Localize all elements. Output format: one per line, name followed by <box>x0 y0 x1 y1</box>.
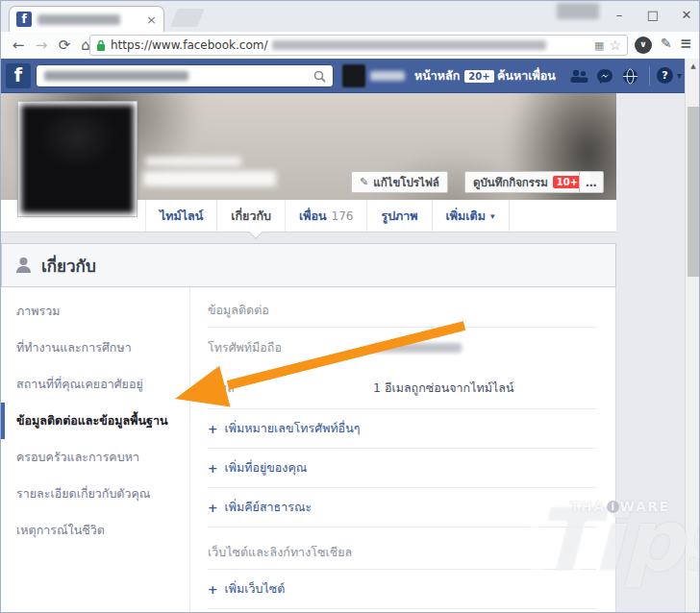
websites-social-header: เว็บไซต์และลิงก์ทางโซเชียล <box>208 543 596 570</box>
activity-log-badge: 10+ <box>553 176 582 188</box>
tab-friends-label: เพื่อน <box>299 207 327 226</box>
email-hidden-note: 1 อีเมลถูกซ่อนจากไทม์ไลน์ <box>373 379 513 398</box>
browser-tab[interactable]: f × <box>9 6 164 32</box>
find-friends-label: ค้นหาเพื่อน <box>497 66 556 86</box>
back-button[interactable]: ← <box>9 36 28 55</box>
tab-timeline[interactable]: ไทม์ไลน์ <box>145 200 216 232</box>
mobile-phone-row: โทรศัพท์มือถือ <box>208 328 596 368</box>
add-phone-label: เพิ่มหมายเลขโทรศัพท์อื่นๆ <box>224 419 360 438</box>
help-icon[interactable]: ? <box>657 67 673 84</box>
home-notification-badge: 20+ <box>464 70 493 83</box>
edit-profile-button[interactable]: ✎ แก้ไขโปรไฟล์ <box>351 171 448 193</box>
search-icon[interactable] <box>313 70 326 83</box>
minimize-button[interactable]: – <box>612 8 626 22</box>
profile-name-blurred[interactable] <box>370 71 405 81</box>
page-action-icon[interactable]: ▦ <box>594 39 604 52</box>
plus-icon: + <box>208 501 217 515</box>
sidebar-item-life-events[interactable]: เหตุการณ์ในชีวิต <box>1 512 189 549</box>
sidebar-item-details-about-you[interactable]: รายละเอียดเกี่ยวกับตัวคุณ <box>1 476 189 512</box>
mobile-phone-value-blurred <box>373 343 462 353</box>
tab-friends[interactable]: เพื่อน 176 <box>285 200 366 232</box>
chevron-down-icon: ▾ <box>490 211 495 221</box>
pencil-extension-icon[interactable]: ✎ <box>661 36 672 51</box>
window-controls: – □ ✕ <box>612 8 693 22</box>
contact-info-panel: ข้อมูลติดต่อ โทรศัพท์มือถือ อีเมล 1 อีเม… <box>190 287 615 613</box>
about-section-header: เกี่ยวกับ <box>1 243 616 287</box>
find-friends-link[interactable]: ค้นหาเพื่อน <box>497 59 556 93</box>
home-label: หน้าหลัก <box>414 66 460 86</box>
websites-social-section: เว็บไซต์และลิงก์ทางโซเชียล + เพิ่มเว็บไซ… <box>208 543 596 613</box>
address-bar[interactable]: https://www.facebook.com/ ▦ ☆ <box>89 35 628 56</box>
profile-picture[interactable] <box>17 101 138 217</box>
pocket-extension-icon[interactable]: ∨ <box>635 37 652 54</box>
profile-picture-blurred <box>21 105 134 213</box>
about-content: ภาพรวม ที่ทำงานและการศึกษา สถานที่ที่คุณ… <box>1 287 616 613</box>
profile-thumbnail-blurred[interactable] <box>342 64 365 87</box>
home-link[interactable]: หน้าหลัก 20+ <box>414 59 494 93</box>
reload-button[interactable]: ⟳ <box>55 36 74 55</box>
add-address-label: เพิ่มที่อยู่ของคุณ <box>224 458 307 478</box>
notifications-globe-icon[interactable] <box>619 66 640 86</box>
friend-requests-icon[interactable] <box>568 66 589 86</box>
maximize-button[interactable]: □ <box>646 8 660 22</box>
friends-count: 176 <box>332 209 354 223</box>
edit-profile-label: แก้ไขโปรไฟล์ <box>373 174 439 191</box>
search-text-blurred <box>44 71 188 81</box>
contact-info-header: ข้อมูลติดต่อ <box>208 301 596 328</box>
add-website-link[interactable]: + เพิ่มเว็บไซต์ <box>208 570 596 609</box>
mobile-phone-label: โทรศัพท์มือถือ <box>208 338 373 357</box>
activity-log-button[interactable]: ดูบันทึกกิจกรรม 10+ <box>464 171 590 193</box>
account-menu-caret-icon[interactable]: ▾ <box>677 70 682 81</box>
brand-suffix: WARE <box>620 499 670 514</box>
facebook-search-input[interactable] <box>36 64 334 87</box>
ellipsis-icon: … <box>586 176 597 189</box>
header-divider <box>649 66 650 86</box>
email-label: อีเมล <box>208 379 373 398</box>
tab-about[interactable]: เกี่ยวกับ <box>216 200 285 232</box>
sidebar-item-contact-basic-info[interactable]: ข้อมูลติดต่อและข้อมูลพื้นฐาน <box>1 403 189 439</box>
blurred-chrome-item <box>557 3 599 19</box>
tab-photos-label: รูปภาพ <box>381 207 417 226</box>
add-website-label: เพิ่มเว็บไซต์ <box>224 579 285 599</box>
about-sidebar: ภาพรวม ที่ทำงานและการศึกษา สถานที่ที่คุณ… <box>1 287 190 613</box>
tab-about-label: เกี่ยวกับ <box>231 207 271 226</box>
about-title: เกี่ยวกับ <box>41 253 96 279</box>
url-text: https://www.facebook.com/ <box>111 38 267 52</box>
tab-more[interactable]: เพิ่มเติม ▾ <box>432 200 510 232</box>
https-padlock-icon <box>96 39 106 52</box>
edit-pencil-icon: ✎ <box>360 176 368 188</box>
plus-icon: + <box>208 422 217 436</box>
add-social-link-link[interactable]: + เพิ่มลิงก์ทางโซเชียล <box>208 609 596 613</box>
page-scrollbar[interactable]: ▲ <box>685 59 700 613</box>
facebook-logo[interactable]: f <box>6 63 31 88</box>
browser-menu-icon[interactable]: ≡ <box>680 35 692 52</box>
scrollbar-thumb[interactable] <box>688 107 700 277</box>
add-address-link[interactable]: + เพิ่มที่อยู่ของคุณ <box>208 449 596 488</box>
plus-icon: + <box>208 582 217 597</box>
new-tab-button[interactable] <box>170 9 205 27</box>
url-blurred-path <box>272 40 546 50</box>
forward-button[interactable]: → <box>32 36 51 55</box>
scroll-up-arrow[interactable]: ▲ <box>686 59 700 74</box>
browser-tab-bar: f × – □ ✕ <box>1 1 700 32</box>
tab-title-blurred <box>38 14 120 25</box>
tab-close-icon[interactable]: × <box>146 13 157 26</box>
browser-window: f × – □ ✕ ← → ⟳ ⌂ https://www.facebook.c… <box>0 0 700 613</box>
sidebar-item-places-lived[interactable]: สถานที่ที่คุณเคยอาศัยอยู่ <box>1 366 189 403</box>
profile-name-line1-blurred <box>145 157 241 166</box>
sidebar-item-work-education[interactable]: ที่ทำงานและการศึกษา <box>1 330 189 366</box>
tab-timeline-label: ไทม์ไลน์ <box>160 207 203 226</box>
add-public-key-link[interactable]: + เพิ่มคีย์สาธารณะ <box>208 488 596 527</box>
tab-photos[interactable]: รูปภาพ <box>366 200 431 232</box>
close-button[interactable]: ✕ <box>680 8 693 22</box>
profile-name-line2-blurred <box>143 171 276 186</box>
tab-more-label: เพิ่มเติม <box>446 207 486 226</box>
facebook-header: f หน้าหลัก 20+ ค้นหาเพื่อน <box>1 59 685 93</box>
bookmark-star-icon[interactable]: ☆ <box>609 37 621 53</box>
facebook-favicon: f <box>16 12 32 27</box>
sidebar-item-family-relationships[interactable]: ครอบครัวและการคบหา <box>1 439 189 476</box>
sidebar-item-overview[interactable]: ภาพรวม <box>1 293 189 330</box>
add-phone-link[interactable]: + เพิ่มหมายเลขโทรศัพท์อื่นๆ <box>208 409 596 449</box>
cover-more-button[interactable]: … <box>579 171 604 193</box>
messages-icon[interactable] <box>594 66 615 86</box>
